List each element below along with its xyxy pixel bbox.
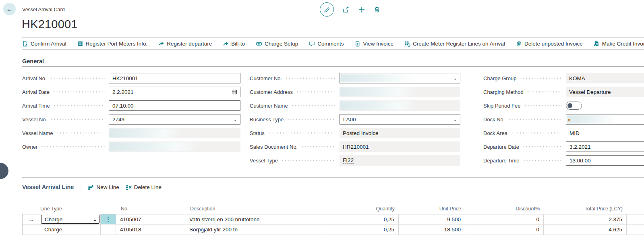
cell-no[interactable]: 4105018	[116, 224, 185, 235]
action-register-departure[interactable]: Register departure	[158, 41, 212, 47]
action-confirm-arrival[interactable]: Confirm Arrival	[22, 41, 66, 47]
action-make-credit-invoice[interactable]: Make Credit Invoice	[594, 41, 644, 47]
cell-quantity[interactable]: 0,25	[326, 214, 399, 224]
dotted-leader	[296, 91, 335, 93]
row-selector[interactable]	[22, 224, 40, 235]
general-section-rule	[22, 67, 644, 67]
dotted-leader	[53, 91, 105, 93]
row-menu-button[interactable]	[101, 224, 116, 235]
share-icon[interactable]	[342, 6, 350, 13]
confirm-arrival-icon	[22, 41, 28, 47]
dotted-leader	[50, 77, 105, 79]
redacted-value	[109, 129, 182, 137]
view-invoice-icon	[354, 41, 360, 47]
action-view-invoice[interactable]: View Invoice	[354, 41, 393, 47]
trash-icon[interactable]	[374, 6, 381, 13]
departure-date-input[interactable]: 3.2.2021	[566, 141, 644, 152]
departure-time-input[interactable]: 13:00:00	[566, 155, 644, 166]
row-selected-indicator: →	[22, 214, 40, 224]
cell-unit-price[interactable]: 18.500	[399, 224, 465, 235]
vessel-no-label: Vessel No.	[22, 116, 47, 123]
bill-to-arrow-icon	[223, 41, 229, 47]
customer-no-dropdown[interactable]: ⌄	[340, 73, 460, 83]
vessel-name-label: Vessel Name	[22, 130, 53, 136]
cell-discount[interactable]: 0	[465, 224, 544, 235]
arrival-no-input[interactable]: HK210001	[109, 73, 240, 83]
arrival-date-input[interactable]: 2.2.2021	[109, 87, 240, 97]
action-bar: Confirm Arrival Register Port Meters Inf…	[22, 37, 644, 50]
dotted-leader	[524, 104, 562, 107]
col-header-no[interactable]: No.	[116, 203, 185, 214]
arrival-date-label: Arrival Date	[22, 89, 50, 95]
cell-description[interactable]: Sorpgjald yfir 200 tn	[185, 224, 326, 235]
vessel-type-drilldown-link[interactable]: FI22	[343, 157, 354, 164]
side-panel-handle[interactable]	[0, 163, 8, 179]
cell-no[interactable]: 4105007	[116, 214, 185, 224]
departure-arrow-icon	[158, 41, 164, 47]
dock-no-input[interactable]	[566, 114, 644, 125]
delete-line-button[interactable]: Delete Line	[126, 184, 162, 190]
vessel-type-label: Vessel Type	[250, 158, 278, 164]
action-register-port-meters[interactable]: Register Port Meters Info.	[77, 41, 148, 47]
col-header-line-type[interactable]: Line Type	[40, 203, 101, 214]
status-label: Status	[250, 130, 265, 136]
cell-quantity[interactable]: 0,25	[326, 224, 399, 235]
action-delete-unposted-invoice[interactable]: Delete unposted Invoice	[516, 41, 583, 47]
dotted-leader	[527, 91, 562, 93]
redacted-value	[340, 101, 416, 110]
cell-description[interactable]: Vatn stærri en 200 brúttótonn	[185, 214, 326, 224]
chevron-down-icon[interactable]: ⌄	[233, 116, 237, 122]
sales-document-no-label: Sales Document No.	[250, 144, 298, 150]
lines-section-rule-bottom	[22, 196, 644, 196]
calendar-icon[interactable]	[232, 89, 237, 95]
arrival-time-input[interactable]: 07:10:00	[109, 100, 240, 111]
col-spacer	[627, 203, 644, 214]
action-comments[interactable]: Comments	[309, 41, 344, 47]
chevron-down-icon[interactable]: ⌄	[453, 75, 457, 81]
vessel-no-dropdown[interactable]: 2749 ⌄	[109, 114, 240, 125]
vessel-name-field	[109, 128, 240, 138]
col-header-description[interactable]: Description	[185, 203, 326, 214]
business-type-label: Business Type	[250, 116, 284, 123]
col-spacer	[101, 203, 116, 214]
new-line-button[interactable]: New Line	[88, 184, 119, 190]
plus-icon[interactable]	[358, 6, 365, 13]
sales-document-no-field: HR210001	[340, 141, 460, 152]
col-header-unit-price[interactable]: Unit Price	[399, 203, 465, 214]
dock-area-input[interactable]: MIÐ	[566, 128, 644, 138]
cell-unit-price[interactable]: 9.500	[399, 214, 465, 224]
lines-section-heading[interactable]: Vessel Arrival Line	[22, 184, 74, 190]
cell-total-price[interactable]: 2.375	[544, 214, 627, 224]
arrival-no-label: Arrival No.	[22, 75, 47, 81]
col-header-quantity[interactable]: Quantity	[326, 203, 399, 214]
charge-setup-icon	[256, 41, 262, 47]
skip-period-fee-toggle[interactable]	[566, 102, 582, 110]
dotted-leader	[56, 132, 105, 134]
action-charge-setup[interactable]: Charge Setup	[256, 41, 298, 47]
redacted-dot	[568, 119, 570, 121]
skip-period-fee-label: Skip Period Fee	[483, 103, 521, 109]
customer-no-label: Customer No.	[250, 75, 282, 81]
action-bill-to[interactable]: Bill-to	[223, 41, 245, 47]
dotted-leader	[268, 132, 335, 134]
general-section-heading[interactable]: General	[22, 58, 44, 64]
col-header-total-price[interactable]: Total Price (LCY)	[544, 203, 627, 214]
chevron-down-icon[interactable]: ⌄	[453, 116, 457, 122]
edit-pencil-icon[interactable]	[320, 2, 334, 17]
cell-total-price[interactable]: 4.625	[544, 224, 627, 235]
dotted-leader	[281, 159, 335, 162]
business-type-dropdown[interactable]: LA00 ⌄	[340, 114, 460, 125]
lines-section-rule-top	[22, 177, 644, 178]
customer-name-label: Customer Name	[250, 103, 288, 109]
general-column-2: Customer No. ⌄ Customer Address Customer…	[250, 73, 460, 169]
system-actions	[320, 2, 381, 17]
row-menu-button[interactable]: ⋮	[101, 214, 116, 224]
action-create-meter-lines[interactable]: Create Meter Register Lines on Arrival	[404, 41, 505, 47]
line-type-select[interactable]: Charge ⌄	[41, 215, 99, 224]
cell-discount[interactable]: 0	[465, 214, 544, 224]
col-header-discount[interactable]: Discount%	[465, 203, 544, 214]
vessel-arrival-lines-table: Line Type No. Description Quantity Unit …	[22, 203, 644, 235]
back-button[interactable]: ←	[3, 3, 16, 15]
credit-invoice-icon	[594, 41, 600, 47]
cell-line-type[interactable]: Charge	[40, 224, 101, 235]
